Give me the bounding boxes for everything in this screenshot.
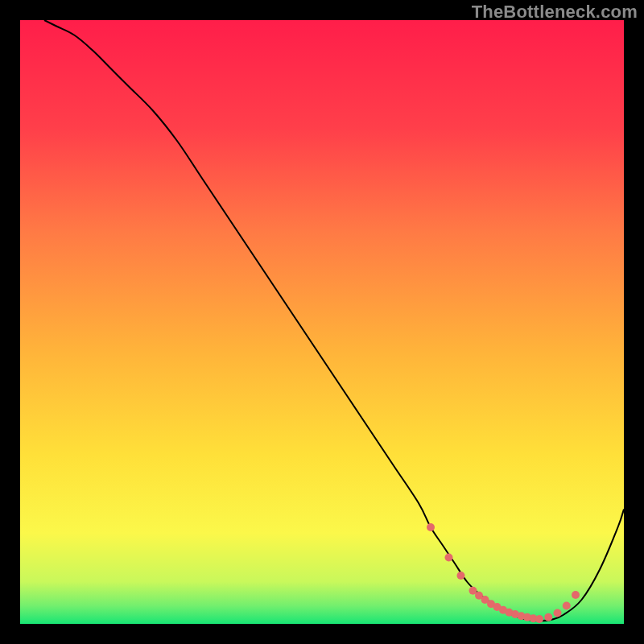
highlight-dot [427,523,435,531]
plot-area [20,20,624,624]
highlight-dot [572,591,580,599]
plot-svg [20,20,624,624]
chart-frame: TheBottleneck.com [0,0,644,644]
highlight-dot [544,613,552,621]
gradient-background [20,20,624,624]
highlight-dot [535,615,543,623]
highlight-dot [457,572,465,580]
highlight-dot [554,609,562,617]
highlight-dot [563,602,571,610]
highlight-dot [445,554,453,562]
